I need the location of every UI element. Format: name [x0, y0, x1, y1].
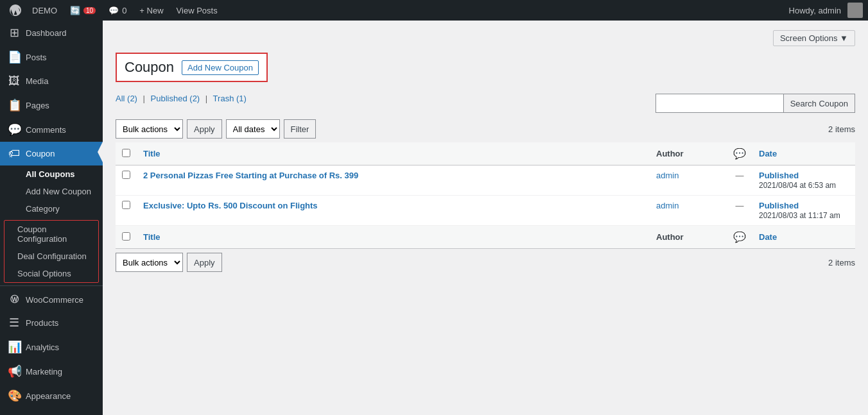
- row2-checkbox[interactable]: [122, 201, 130, 209]
- row2-title-link[interactable]: Exclusive: Upto Rs. 500 Discount on Flig…: [143, 201, 318, 210]
- sidebar-item-media[interactable]: 🖼 Media: [0, 69, 103, 93]
- row2-author-link[interactable]: admin: [656, 201, 679, 210]
- marketing-icon: 📢: [8, 364, 21, 378]
- avatar: [847, 3, 863, 18]
- submenu-add-new-coupon[interactable]: Add New Coupon: [0, 183, 103, 200]
- sidebar-item-comments[interactable]: 💬 Comments: [0, 117, 103, 142]
- woocommerce-icon: Ⓦ: [8, 294, 21, 305]
- page-title: Coupon: [125, 59, 174, 76]
- products-icon: ☰: [8, 316, 21, 330]
- header-title-link[interactable]: Title: [143, 149, 161, 158]
- comment-bubble-header-icon: 💬: [733, 148, 746, 159]
- comments-link[interactable]: 💬 0: [102, 0, 133, 21]
- media-icon: 🖼: [8, 74, 21, 88]
- items-count-top: 2 items: [828, 124, 855, 134]
- row2-checkbox-cell: [116, 196, 137, 226]
- separator1: |: [143, 94, 145, 103]
- search-coupon-input[interactable]: [655, 94, 784, 113]
- footer-header-title: Title: [137, 226, 650, 249]
- sidebar-item-dashboard[interactable]: ⊞ Dashboard: [0, 21, 103, 45]
- sidebar-item-posts[interactable]: 📄 Posts: [0, 45, 103, 69]
- comments-icon: 💬: [8, 123, 21, 137]
- submenu-deal-configuration[interactable]: Deal Configuration: [4, 248, 98, 265]
- filter-all-link[interactable]: All (2): [116, 94, 137, 103]
- date-filter-select[interactable]: All dates: [226, 119, 280, 139]
- row2-date-value: 2021/08/03 at 11:17 am: [759, 211, 840, 220]
- coupon-config-group: Coupon Configuration Deal Configuration …: [4, 220, 99, 283]
- wp-logo[interactable]: [5, 0, 26, 21]
- appearance-icon: 🎨: [8, 389, 21, 403]
- row1-date-status: Published: [759, 171, 799, 180]
- dashboard-icon: ⊞: [8, 26, 21, 40]
- analytics-icon: 📊: [8, 340, 21, 354]
- row1-date-cell: Published 2021/08/04 at 6:53 am: [752, 165, 855, 196]
- apply-button-bottom[interactable]: Apply: [187, 253, 222, 272]
- page-heading-container: Coupon Add New Coupon: [116, 53, 855, 89]
- submenu-all-coupons[interactable]: All Coupons: [0, 165, 103, 183]
- sidebar-item-marketing[interactable]: 📢 Marketing: [0, 359, 103, 384]
- row1-title-cell: 2 Personal Pizzas Free Starting at Purch…: [137, 165, 650, 196]
- pages-icon: 📋: [8, 98, 21, 112]
- header-title: Title: [137, 142, 650, 165]
- screen-options-button[interactable]: Screen Options ▼: [773, 30, 855, 46]
- new-button[interactable]: + New: [133, 0, 169, 21]
- sidebar-item-products[interactable]: ☰ Products: [0, 310, 103, 335]
- main-content: Screen Options ▼ Coupon Add New Coupon S…: [103, 21, 868, 415]
- screen-options-bar: Screen Options ▼: [116, 30, 855, 46]
- sidebar-item-coupon[interactable]: 🏷 Coupon: [0, 142, 103, 165]
- filter-trash-link[interactable]: Trash (1): [213, 94, 247, 103]
- updates-count[interactable]: 🔄 10: [64, 0, 102, 21]
- view-posts-link[interactable]: View Posts: [170, 0, 224, 21]
- search-coupon-button[interactable]: Search Coupon: [784, 94, 855, 113]
- footer-title-link[interactable]: Title: [143, 232, 161, 242]
- sidebar: ⊞ Dashboard 📄 Posts 🖼 Media 📋 Pages 💬 Co…: [0, 21, 103, 415]
- add-new-coupon-button[interactable]: Add New Coupon: [182, 60, 259, 75]
- row1-author-cell: admin: [650, 165, 727, 196]
- separator2: |: [205, 94, 207, 103]
- row1-comments-cell: —: [727, 165, 752, 196]
- row1-title-link[interactable]: 2 Personal Pizzas Free Starting at Purch…: [143, 171, 358, 180]
- coupon-icon: 🏷: [8, 147, 21, 160]
- site-name[interactable]: DEMO: [26, 0, 64, 21]
- footer-header-checkbox-col: [116, 226, 137, 249]
- sidebar-item-appearance[interactable]: 🎨 Appearance: [0, 384, 103, 408]
- bulk-actions-select-top[interactable]: Bulk actions: [116, 119, 183, 139]
- footer-date-link[interactable]: Date: [759, 232, 777, 242]
- row1-comments-value: —: [736, 171, 744, 180]
- sidebar-item-pages[interactable]: 📋 Pages: [0, 93, 103, 117]
- select-all-bottom-checkbox[interactable]: [122, 232, 130, 241]
- row2-date-status: Published: [759, 201, 799, 210]
- footer-header-author: Author: [650, 226, 727, 249]
- table-row: 2 Personal Pizzas Free Starting at Purch…: [116, 165, 855, 196]
- comment-bubble-footer-icon: 💬: [733, 232, 746, 242]
- submenu-category[interactable]: Category: [0, 200, 103, 217]
- row1-author-link[interactable]: admin: [656, 171, 679, 180]
- sidebar-item-analytics[interactable]: 📊 Analytics: [0, 335, 103, 359]
- header-checkbox-col: [116, 142, 137, 165]
- row2-comments-cell: —: [727, 196, 752, 226]
- select-all-checkbox[interactable]: [122, 149, 130, 157]
- filter-search-row: Search Coupon All (2) | Published (2) | …: [116, 94, 855, 119]
- filter-button[interactable]: Filter: [284, 119, 317, 139]
- posts-icon: 📄: [8, 50, 21, 64]
- submenu-social-options[interactable]: Social Options: [4, 265, 98, 282]
- howdy-text: Howdy, admin: [783, 6, 847, 15]
- table-row: Exclusive: Upto Rs. 500 Discount on Flig…: [116, 196, 855, 226]
- footer-header-comments: 💬: [727, 226, 752, 249]
- row1-checkbox[interactable]: [122, 171, 130, 179]
- submenu-coupon-configuration[interactable]: Coupon Configuration: [4, 221, 98, 248]
- bulk-actions-select-bottom[interactable]: Bulk actions: [116, 253, 183, 272]
- filter-published-link[interactable]: Published (2): [151, 94, 200, 103]
- apply-button-top[interactable]: Apply: [187, 119, 222, 139]
- footer-header-date: Date: [752, 226, 855, 249]
- header-date-link[interactable]: Date: [759, 149, 777, 158]
- header-comments: 💬: [727, 142, 752, 165]
- table-row-footer-header: Title Author 💬 Date: [116, 226, 855, 249]
- page-heading: Coupon Add New Coupon: [116, 53, 268, 82]
- search-bar: Search Coupon: [655, 94, 855, 113]
- row2-author-cell: admin: [650, 196, 727, 226]
- menu-separator: [0, 285, 103, 286]
- sidebar-item-woocommerce[interactable]: Ⓦ WooCommerce: [0, 289, 103, 310]
- header-date: Date: [752, 142, 855, 165]
- row1-date-value: 2021/08/04 at 6:53 am: [759, 181, 836, 190]
